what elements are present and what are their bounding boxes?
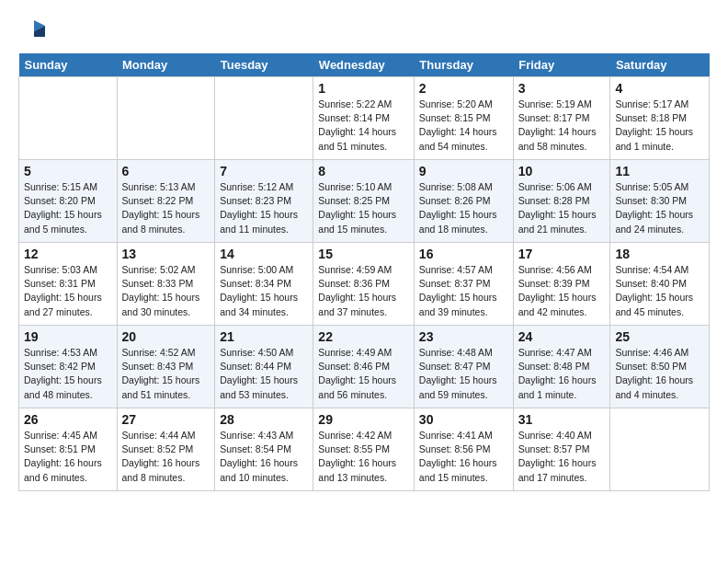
calendar-cell: 30Sunrise: 4:41 AMSunset: 8:56 PMDayligh… xyxy=(414,408,513,491)
day-number: 9 xyxy=(419,164,508,178)
day-number: 12 xyxy=(24,247,112,261)
day-info: Sunrise: 5:08 AMSunset: 8:26 PMDaylight:… xyxy=(419,180,508,236)
day-header-sunday: Sunday xyxy=(19,53,118,77)
calendar-cell: 23Sunrise: 4:48 AMSunset: 8:47 PMDayligh… xyxy=(414,326,513,408)
calendar-cell: 21Sunrise: 4:50 AMSunset: 8:44 PMDayligh… xyxy=(215,326,313,408)
day-number: 21 xyxy=(220,329,308,344)
day-info: Sunrise: 5:00 AMSunset: 8:34 PMDaylight:… xyxy=(220,263,308,319)
day-info: Sunrise: 5:13 AMSunset: 8:22 PMDaylight:… xyxy=(122,180,210,236)
day-header-wednesday: Wednesday xyxy=(313,53,415,77)
logo xyxy=(18,18,47,44)
day-info: Sunrise: 4:44 AMSunset: 8:52 PMDaylight:… xyxy=(122,429,210,485)
day-info: Sunrise: 4:57 AMSunset: 8:37 PMDaylight:… xyxy=(419,263,508,319)
calendar-header-row: SundayMondayTuesdayWednesdayThursdayFrid… xyxy=(19,53,710,77)
day-info: Sunrise: 4:50 AMSunset: 8:44 PMDaylight:… xyxy=(220,346,308,402)
day-number: 8 xyxy=(318,164,409,178)
day-number: 29 xyxy=(318,412,409,427)
day-number: 4 xyxy=(615,81,704,96)
day-info: Sunrise: 4:46 AMSunset: 8:50 PMDaylight:… xyxy=(615,346,704,402)
day-number: 13 xyxy=(122,247,210,261)
calendar-cell xyxy=(117,77,215,160)
day-number: 5 xyxy=(24,164,112,178)
day-number: 7 xyxy=(220,164,308,178)
day-number: 24 xyxy=(518,329,606,344)
day-header-friday: Friday xyxy=(513,53,610,77)
calendar-cell: 4Sunrise: 5:17 AMSunset: 8:18 PMDaylight… xyxy=(610,77,710,160)
day-info: Sunrise: 5:20 AMSunset: 8:15 PMDaylight:… xyxy=(419,98,508,154)
page-header xyxy=(18,18,710,44)
day-info: Sunrise: 4:59 AMSunset: 8:36 PMDaylight:… xyxy=(318,263,409,319)
day-header-monday: Monday xyxy=(117,53,215,77)
day-info: Sunrise: 4:49 AMSunset: 8:46 PMDaylight:… xyxy=(318,346,409,402)
day-number: 22 xyxy=(318,329,409,344)
calendar-week-row: 12Sunrise: 5:03 AMSunset: 8:31 PMDayligh… xyxy=(19,243,710,326)
day-info: Sunrise: 4:40 AMSunset: 8:57 PMDaylight:… xyxy=(518,429,606,485)
calendar-cell: 9Sunrise: 5:08 AMSunset: 8:26 PMDaylight… xyxy=(414,160,513,243)
calendar-week-row: 5Sunrise: 5:15 AMSunset: 8:20 PMDaylight… xyxy=(19,160,710,243)
day-number: 20 xyxy=(122,329,210,344)
calendar-cell xyxy=(215,77,313,160)
calendar-cell: 11Sunrise: 5:05 AMSunset: 8:30 PMDayligh… xyxy=(610,160,710,243)
day-info: Sunrise: 5:15 AMSunset: 8:20 PMDaylight:… xyxy=(24,180,112,236)
calendar-cell xyxy=(19,77,118,160)
day-info: Sunrise: 5:02 AMSunset: 8:33 PMDaylight:… xyxy=(122,263,210,319)
day-number: 10 xyxy=(518,164,606,178)
day-info: Sunrise: 4:52 AMSunset: 8:43 PMDaylight:… xyxy=(122,346,210,402)
calendar-table: SundayMondayTuesdayWednesdayThursdayFrid… xyxy=(18,53,710,491)
day-number: 26 xyxy=(24,412,112,427)
calendar-cell: 14Sunrise: 5:00 AMSunset: 8:34 PMDayligh… xyxy=(215,243,313,326)
calendar-cell: 29Sunrise: 4:42 AMSunset: 8:55 PMDayligh… xyxy=(313,408,415,491)
calendar-cell: 10Sunrise: 5:06 AMSunset: 8:28 PMDayligh… xyxy=(513,160,610,243)
calendar-week-row: 1Sunrise: 5:22 AMSunset: 8:14 PMDaylight… xyxy=(19,77,710,160)
calendar-cell: 22Sunrise: 4:49 AMSunset: 8:46 PMDayligh… xyxy=(313,326,415,408)
day-info: Sunrise: 4:45 AMSunset: 8:51 PMDaylight:… xyxy=(24,429,112,485)
logo-flag-icon xyxy=(21,18,47,44)
day-info: Sunrise: 5:17 AMSunset: 8:18 PMDaylight:… xyxy=(615,98,704,154)
calendar-cell: 20Sunrise: 4:52 AMSunset: 8:43 PMDayligh… xyxy=(117,326,215,408)
day-info: Sunrise: 4:47 AMSunset: 8:48 PMDaylight:… xyxy=(518,346,606,402)
calendar-week-row: 19Sunrise: 4:53 AMSunset: 8:42 PMDayligh… xyxy=(19,326,710,408)
calendar-week-row: 26Sunrise: 4:45 AMSunset: 8:51 PMDayligh… xyxy=(19,408,710,491)
calendar-cell: 31Sunrise: 4:40 AMSunset: 8:57 PMDayligh… xyxy=(513,408,610,491)
day-number: 14 xyxy=(220,247,308,261)
day-info: Sunrise: 5:05 AMSunset: 8:30 PMDaylight:… xyxy=(615,180,704,236)
calendar-cell: 18Sunrise: 4:54 AMSunset: 8:40 PMDayligh… xyxy=(610,243,710,326)
calendar-cell: 15Sunrise: 4:59 AMSunset: 8:36 PMDayligh… xyxy=(313,243,415,326)
day-info: Sunrise: 4:43 AMSunset: 8:54 PMDaylight:… xyxy=(220,429,308,485)
day-number: 1 xyxy=(318,81,409,96)
calendar-cell: 8Sunrise: 5:10 AMSunset: 8:25 PMDaylight… xyxy=(313,160,415,243)
day-info: Sunrise: 4:56 AMSunset: 8:39 PMDaylight:… xyxy=(518,263,606,319)
calendar-cell: 19Sunrise: 4:53 AMSunset: 8:42 PMDayligh… xyxy=(19,326,118,408)
day-number: 17 xyxy=(518,247,606,261)
day-header-thursday: Thursday xyxy=(414,53,513,77)
calendar-cell xyxy=(610,408,710,491)
calendar-cell: 2Sunrise: 5:20 AMSunset: 8:15 PMDaylight… xyxy=(414,77,513,160)
calendar-cell: 26Sunrise: 4:45 AMSunset: 8:51 PMDayligh… xyxy=(19,408,118,491)
day-info: Sunrise: 5:03 AMSunset: 8:31 PMDaylight:… xyxy=(24,263,112,319)
calendar-cell: 6Sunrise: 5:13 AMSunset: 8:22 PMDaylight… xyxy=(117,160,215,243)
day-header-saturday: Saturday xyxy=(610,53,710,77)
calendar-cell: 27Sunrise: 4:44 AMSunset: 8:52 PMDayligh… xyxy=(117,408,215,491)
calendar-cell: 28Sunrise: 4:43 AMSunset: 8:54 PMDayligh… xyxy=(215,408,313,491)
day-number: 23 xyxy=(419,329,508,344)
calendar-cell: 1Sunrise: 5:22 AMSunset: 8:14 PMDaylight… xyxy=(313,77,415,160)
day-info: Sunrise: 4:48 AMSunset: 8:47 PMDaylight:… xyxy=(419,346,508,402)
day-number: 31 xyxy=(518,412,606,427)
day-info: Sunrise: 5:12 AMSunset: 8:23 PMDaylight:… xyxy=(220,180,308,236)
calendar-cell: 16Sunrise: 4:57 AMSunset: 8:37 PMDayligh… xyxy=(414,243,513,326)
day-info: Sunrise: 5:10 AMSunset: 8:25 PMDaylight:… xyxy=(318,180,409,236)
day-info: Sunrise: 5:19 AMSunset: 8:17 PMDaylight:… xyxy=(518,98,606,154)
calendar-cell: 3Sunrise: 5:19 AMSunset: 8:17 PMDaylight… xyxy=(513,77,610,160)
day-info: Sunrise: 5:06 AMSunset: 8:28 PMDaylight:… xyxy=(518,180,606,236)
calendar-cell: 12Sunrise: 5:03 AMSunset: 8:31 PMDayligh… xyxy=(19,243,118,326)
day-info: Sunrise: 4:42 AMSunset: 8:55 PMDaylight:… xyxy=(318,429,409,485)
day-number: 16 xyxy=(419,247,508,261)
day-info: Sunrise: 4:54 AMSunset: 8:40 PMDaylight:… xyxy=(615,263,704,319)
day-number: 19 xyxy=(24,329,112,344)
day-number: 6 xyxy=(122,164,210,178)
calendar-cell: 25Sunrise: 4:46 AMSunset: 8:50 PMDayligh… xyxy=(610,326,710,408)
day-number: 11 xyxy=(615,164,704,178)
calendar-cell: 17Sunrise: 4:56 AMSunset: 8:39 PMDayligh… xyxy=(513,243,610,326)
day-number: 3 xyxy=(518,81,606,96)
calendar-cell: 13Sunrise: 5:02 AMSunset: 8:33 PMDayligh… xyxy=(117,243,215,326)
